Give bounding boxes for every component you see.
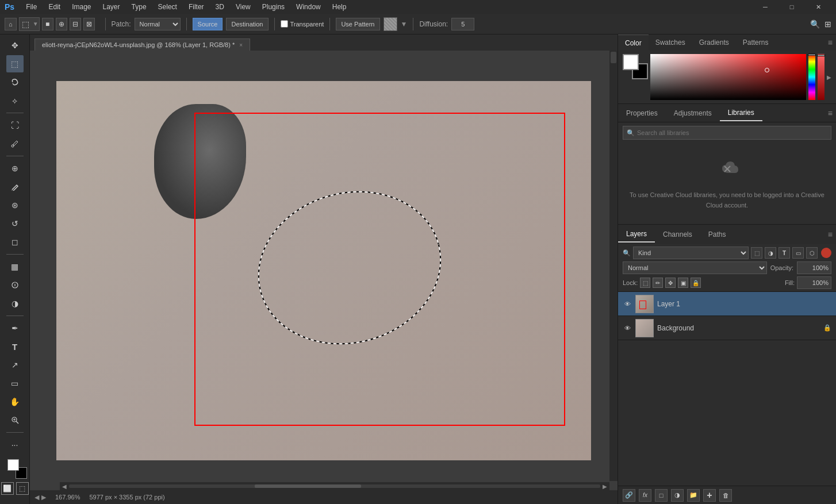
tool-home[interactable]: ⌂ bbox=[5, 18, 17, 30]
layer-filter-toggle[interactable] bbox=[821, 248, 831, 258]
vertical-scrollbar[interactable] bbox=[609, 51, 618, 481]
destination-button[interactable]: Destination bbox=[226, 18, 268, 30]
sub-panel-options[interactable]: ≡ bbox=[825, 109, 836, 118]
menu-select[interactable]: Select bbox=[154, 2, 182, 12]
opacity-control[interactable] bbox=[797, 261, 831, 274]
create-adjustment-btn[interactable]: ◑ bbox=[671, 489, 684, 502]
filter-pixel-icon[interactable]: ⬚ bbox=[751, 247, 762, 259]
tab-properties[interactable]: Properties bbox=[618, 106, 666, 121]
patch-rect-icon[interactable]: ■ bbox=[42, 18, 53, 30]
lock-transparent-btn[interactable]: ⬚ bbox=[640, 278, 650, 288]
tab-channels[interactable]: Channels bbox=[655, 227, 700, 242]
marquee-tool[interactable]: ⬚ bbox=[6, 55, 24, 72]
scroll-right-arrow[interactable]: ▶ bbox=[603, 483, 607, 490]
type-tool[interactable]: T bbox=[6, 338, 24, 355]
menu-help[interactable]: Help bbox=[328, 2, 351, 12]
hue-slider[interactable] bbox=[808, 54, 815, 100]
quick-mask-button[interactable]: ⬚ bbox=[16, 482, 29, 495]
color-gradient-picker[interactable] bbox=[650, 54, 806, 100]
layers-panel-options[interactable]: ≡ bbox=[825, 230, 836, 239]
create-layer-btn[interactable]: + bbox=[703, 489, 716, 502]
tab-libraries[interactable]: Libraries bbox=[720, 105, 762, 121]
filter-adjust-icon[interactable]: ◑ bbox=[765, 247, 776, 259]
foreground-color-large[interactable] bbox=[623, 54, 639, 70]
tab-swatches[interactable]: Swatches bbox=[649, 34, 692, 51]
tab-patterns[interactable]: Patterns bbox=[736, 34, 776, 51]
menu-type[interactable]: Type bbox=[127, 2, 151, 12]
h-scroll-thumb[interactable] bbox=[255, 484, 361, 488]
hand-tool[interactable]: ✋ bbox=[6, 393, 24, 410]
lock-image-btn[interactable]: ✏ bbox=[653, 278, 663, 288]
history-brush-tool[interactable]: ↺ bbox=[6, 215, 24, 232]
zoom-tool[interactable] bbox=[6, 411, 24, 429]
layer-bg-visibility[interactable]: 👁 bbox=[623, 324, 632, 333]
menu-3d[interactable]: 3D bbox=[211, 2, 229, 12]
filter-type-icon[interactable]: T bbox=[779, 247, 790, 259]
fill-control[interactable] bbox=[797, 276, 831, 289]
tab-gradients[interactable]: Gradients bbox=[692, 34, 736, 51]
close-button[interactable]: ✕ bbox=[805, 0, 831, 14]
menu-layer[interactable]: Layer bbox=[98, 2, 125, 12]
lock-position-btn[interactable]: ✥ bbox=[665, 278, 676, 288]
menu-edit[interactable]: Edit bbox=[44, 2, 65, 12]
transparent-checkbox[interactable] bbox=[281, 20, 288, 28]
alpha-slider[interactable] bbox=[818, 54, 825, 100]
menu-file[interactable]: File bbox=[21, 2, 41, 12]
foreground-color-swatch[interactable] bbox=[7, 459, 19, 471]
more-tools[interactable]: ··· bbox=[6, 436, 24, 453]
layer-1-visibility[interactable]: 👁 bbox=[623, 299, 632, 309]
pattern-dropdown-arrow[interactable]: ▼ bbox=[401, 20, 408, 28]
blur-tool[interactable] bbox=[6, 276, 24, 294]
shape-tool[interactable]: ▭ bbox=[6, 375, 24, 392]
eyedropper-tool[interactable] bbox=[6, 135, 24, 152]
tab-paths[interactable]: Paths bbox=[700, 227, 734, 242]
search-icon[interactable]: 🔍 bbox=[810, 20, 820, 29]
lasso-tool[interactable] bbox=[6, 74, 24, 91]
color-panel-expand[interactable]: ▶ bbox=[827, 54, 831, 100]
menu-image[interactable]: Image bbox=[67, 2, 95, 12]
filter-smartobj-icon[interactable]: ⬡ bbox=[806, 247, 818, 259]
layer-fx-btn[interactable]: fx bbox=[639, 489, 651, 502]
fill-input[interactable] bbox=[800, 279, 829, 286]
layout-icon[interactable]: ⊞ bbox=[825, 20, 831, 29]
standard-mode-button[interactable]: ⬜ bbox=[1, 482, 14, 495]
menu-filter[interactable]: Filter bbox=[184, 2, 209, 12]
tab-layers[interactable]: Layers bbox=[618, 226, 655, 243]
menu-plugins[interactable]: Plugins bbox=[258, 2, 289, 12]
layer-row-background[interactable]: 👁 Background 🔒 bbox=[618, 316, 836, 340]
horizontal-scrollbar[interactable]: ◀ ▶ bbox=[60, 482, 609, 490]
maximize-button[interactable]: □ bbox=[779, 0, 805, 14]
crop-tool[interactable]: ⛶ bbox=[6, 117, 24, 134]
color-panel-options[interactable]: ≡ bbox=[825, 38, 836, 47]
pattern-preview[interactable] bbox=[384, 17, 397, 31]
spot-healing-tool[interactable]: ⊕ bbox=[6, 160, 24, 177]
dodge-tool[interactable]: ◑ bbox=[6, 295, 24, 312]
use-pattern-button[interactable]: Use Pattern bbox=[336, 18, 379, 30]
status-right-arrow[interactable]: ▶ bbox=[41, 494, 46, 501]
delete-layer-btn[interactable]: 🗑 bbox=[719, 489, 732, 502]
filter-shape-icon[interactable]: ▭ bbox=[792, 247, 804, 259]
path-selection-tool[interactable]: ↗ bbox=[6, 356, 24, 374]
tab-adjustments[interactable]: Adjustments bbox=[666, 106, 720, 121]
patch-add-icon[interactable]: ⊕ bbox=[56, 18, 67, 30]
magic-wand-tool[interactable]: ⟡ bbox=[6, 92, 24, 109]
menu-view[interactable]: View bbox=[231, 2, 255, 12]
link-layers-btn[interactable]: 🔗 bbox=[623, 489, 635, 502]
opacity-input[interactable] bbox=[800, 264, 829, 271]
tab-close-icon[interactable]: × bbox=[239, 42, 243, 48]
brush-tool[interactable] bbox=[6, 178, 24, 195]
lock-artboard-btn[interactable]: ▣ bbox=[678, 278, 688, 288]
status-left-arrow[interactable]: ◀ bbox=[34, 494, 39, 501]
patch-mode-select[interactable]: Normal Content-Aware bbox=[135, 18, 181, 30]
lock-all-btn[interactable]: 🔒 bbox=[691, 278, 701, 288]
patch-marquee-icon[interactable]: ⬚ bbox=[20, 18, 32, 30]
layers-filter-select[interactable]: Kind Name Effect Mode bbox=[633, 247, 749, 259]
patch-intersect-icon[interactable]: ⊠ bbox=[83, 18, 95, 30]
pen-tool[interactable]: ✒ bbox=[6, 320, 24, 337]
layer-row-1[interactable]: 👁 Layer 1 bbox=[618, 292, 836, 316]
layers-mode-select[interactable]: Normal Dissolve Multiply bbox=[623, 261, 767, 274]
minimize-button[interactable]: ─ bbox=[752, 0, 779, 14]
libraries-search-input[interactable] bbox=[637, 129, 827, 136]
create-group-btn[interactable]: 📁 bbox=[687, 489, 700, 502]
tab-color[interactable]: Color bbox=[618, 34, 649, 51]
